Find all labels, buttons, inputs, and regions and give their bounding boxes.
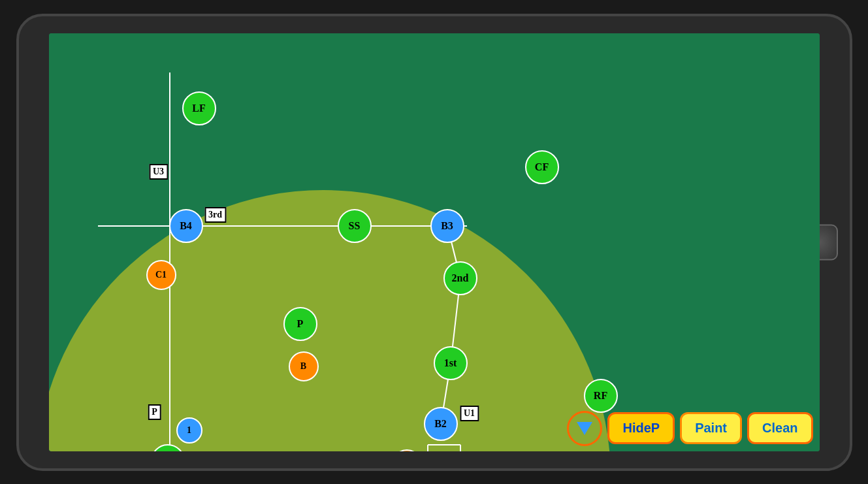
player-b2[interactable]: B2 bbox=[424, 407, 458, 441]
player-c2[interactable]: C2 bbox=[392, 449, 422, 451]
button-bar: HideP Paint Clean bbox=[567, 411, 812, 446]
svg-point-1 bbox=[49, 190, 611, 451]
player-b1[interactable]: 1 bbox=[176, 417, 202, 444]
undo-button[interactable] bbox=[567, 411, 602, 446]
label-3rd: 3rd bbox=[204, 207, 226, 223]
player-lf[interactable]: LF bbox=[182, 91, 216, 125]
player-cf[interactable]: CF bbox=[525, 150, 559, 184]
player-b3[interactable]: B3 bbox=[430, 209, 464, 243]
player-b4[interactable]: B4 bbox=[169, 209, 203, 243]
player-c[interactable]: C bbox=[151, 444, 185, 451]
label-u1: U1 bbox=[460, 406, 479, 421]
hidep-button[interactable]: HideP bbox=[607, 412, 675, 444]
paint-button[interactable]: Paint bbox=[680, 412, 742, 444]
player-p[interactable]: P bbox=[283, 307, 317, 341]
player-c1[interactable]: C1 bbox=[146, 260, 176, 290]
player-rf[interactable]: RF bbox=[584, 379, 618, 413]
device-frame: LFCFRFSS2nd1stPCB4B3B21C1BC2 U33rdPU1 Hi… bbox=[16, 14, 852, 471]
label-u3: U3 bbox=[149, 164, 168, 180]
label-p-label: P bbox=[148, 404, 161, 420]
player-ss[interactable]: SS bbox=[338, 209, 372, 243]
svg-rect-0 bbox=[49, 33, 820, 451]
player-1st[interactable]: 1st bbox=[434, 346, 468, 380]
clean-button[interactable]: Clean bbox=[747, 412, 812, 444]
player-b[interactable]: B bbox=[289, 351, 319, 381]
player-2nd[interactable]: 2nd bbox=[443, 261, 477, 295]
triangle-icon bbox=[577, 422, 592, 435]
screen: LFCFRFSS2nd1stPCB4B3B21C1BC2 U33rdPU1 Hi… bbox=[49, 33, 820, 451]
